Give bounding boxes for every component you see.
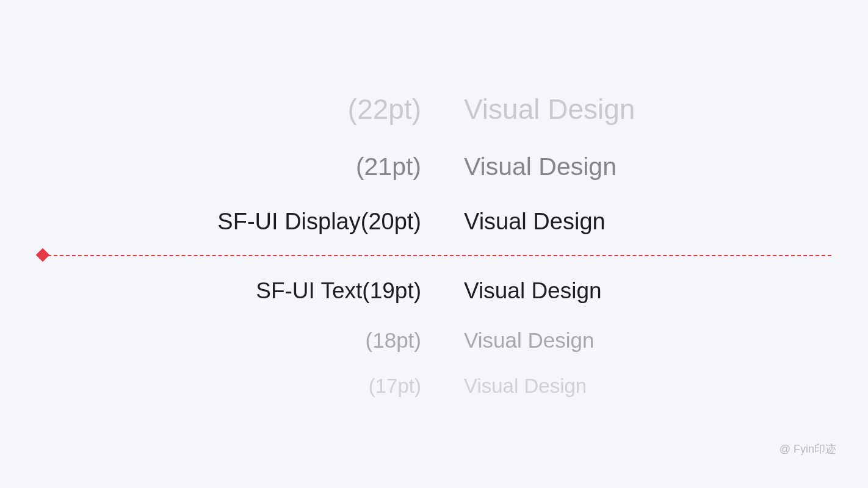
size-label-18pt: (18pt)	[366, 328, 421, 353]
size-label-20pt: SF-UI Display(20pt)	[217, 209, 421, 235]
sample-text-19pt: Visual Design	[464, 278, 602, 304]
watermark-credit: @ Fyin印迹	[779, 442, 836, 456]
sample-text-17pt: Visual Design	[464, 375, 587, 398]
threshold-divider-line	[42, 255, 831, 256]
diamond-marker-icon	[36, 248, 50, 262]
sample-text-18pt: Visual Design	[464, 328, 594, 353]
size-label-19pt: SF-UI Text(19pt)	[256, 278, 421, 304]
typography-comparison-slide: (22pt) Visual Design (21pt) Visual Desig…	[0, 0, 868, 488]
size-label-17pt: (17pt)	[369, 375, 421, 398]
size-label-22pt: (22pt)	[348, 93, 421, 126]
sample-text-22pt: Visual Design	[464, 93, 635, 126]
size-label-21pt: (21pt)	[356, 152, 421, 181]
sample-text-21pt: Visual Design	[464, 152, 617, 181]
sample-text-20pt: Visual Design	[464, 209, 606, 235]
